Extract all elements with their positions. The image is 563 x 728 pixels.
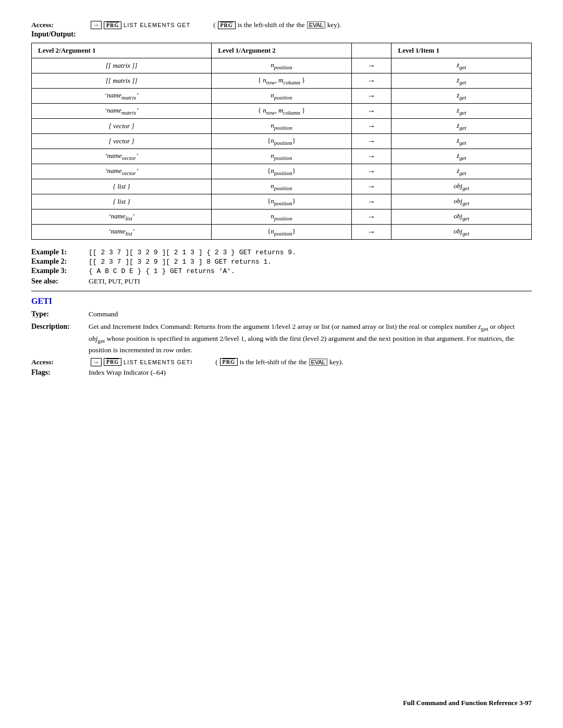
arrow-cell: → [351, 58, 391, 73]
table-row: ‘namevector’ nposition → żget [32, 149, 532, 164]
col-header-3: Level 1/Item 1 [391, 43, 532, 58]
geti-prg-key: PRG [104, 358, 121, 366]
item1-cell: żget [391, 58, 532, 73]
input-output-label: Input/Output: [31, 30, 532, 39]
example-1-row: Example 1: [[ 2 3 7 ][ 3 2 9 ][ 2 1 3 ] … [31, 248, 532, 256]
example-2-row: Example 2: [[ 2 3 7 ][ 3 2 9 ][ 2 1 3 ] … [31, 257, 532, 266]
see-also-value: GETI, PUT, PUTI [89, 277, 140, 286]
table-row: { list } nposition → objget [32, 179, 532, 194]
table-row: ‘namematrix’ { nrow, mcolumn } → żget [32, 104, 532, 119]
table-row: ‘namevector’ {nposition} → żget [32, 164, 532, 179]
see-also-label: See also: [31, 277, 89, 286]
access-row: Access: → PRG LIST ELEMENTS GET ( PRG is… [31, 21, 532, 29]
table-row: { list } {nposition} → objget [32, 194, 532, 209]
access-label: Access: [31, 21, 89, 29]
io-table: Level 2/Argument 1 Level 1/Argument 2 Le… [31, 43, 532, 240]
geti-access-label: Access: [31, 358, 89, 366]
geti-desc-row: Description: Get and Increment Index Com… [31, 322, 532, 355]
section-divider [31, 291, 532, 291]
geti-list-elements-text: LIST ELEMENTS GETI [124, 359, 192, 365]
page-content: Access: → PRG LIST ELEMENTS GET ( PRG is… [31, 21, 532, 378]
key-suffix: key). [327, 21, 341, 29]
example-3-label: Example 3: [31, 267, 89, 275]
geti-key-suffix: key). [329, 358, 343, 366]
table-row: [[ matrix ]] { nrow, mcolumn } → żget [32, 73, 532, 89]
geti-the-text: the [299, 358, 307, 366]
geti-prg-key-2: PRG [220, 358, 238, 366]
footer: Full Command and Function Reference 3-97 [403, 699, 532, 707]
geti-arrow-key-box: → [91, 358, 102, 366]
table-row: [ vector ] nposition → żget [32, 119, 532, 134]
example-3-row: Example 3: { A B C D E } { 1 } GET retur… [31, 267, 532, 275]
table-row: ‘namelist’ {nposition} → objget [32, 225, 532, 240]
geti-flags-value: Index Wrap Indicator (–64) [89, 367, 532, 378]
table-row: [ vector ] {nposition} → żget [32, 134, 532, 149]
arrow-key-box: → [91, 21, 102, 29]
example-1-label: Example 1: [31, 248, 89, 256]
is-left-shift-text: is the left-shift of the [238, 21, 295, 29]
geti-flags-label: Flags: [31, 368, 89, 377]
geti-desc-label: Description: [31, 323, 89, 331]
geti-type-label: Type: [31, 310, 89, 318]
geti-type-row: Type: Command [31, 309, 532, 319]
geti-flags-row: Flags: Index Wrap Indicator (–64) [31, 367, 532, 378]
col-header-arrow [351, 43, 391, 58]
geti-paren-open: ( [215, 358, 217, 366]
prg-key: PRG [104, 21, 121, 29]
example-3-code: { A B C D E } { 1 } GET returns 'A'. [89, 267, 235, 275]
example-2-code: [[ 2 3 7 ][ 3 2 9 ][ 2 1 3 ] 8 GET retur… [89, 258, 272, 266]
geti-access-row: Access: → PRG LIST ELEMENTS GETI ( PRG i… [31, 358, 532, 366]
geti-title: GETI [31, 297, 532, 306]
geti-arrow-symbol: → [93, 359, 99, 365]
table-row: ‘namematrix’ nposition → żget [32, 89, 532, 104]
see-also-row: See also: GETI, PUT, PUTI [31, 277, 532, 286]
example-2-label: Example 2: [31, 257, 89, 266]
examples-section: Example 1: [[ 2 3 7 ][ 3 2 9 ][ 2 1 3 ] … [31, 248, 532, 275]
geti-desc-value: Get and Increment Index Command: Returns… [89, 322, 532, 355]
col-header-1: Level 2/Argument 1 [32, 43, 212, 58]
prg-key-2: PRG [218, 21, 236, 29]
geti-type-value: Command [89, 309, 532, 319]
col-header-2: Level 1/Argument 2 [212, 43, 352, 58]
geti-eval-key: EVAL [309, 359, 327, 366]
footer-text: Full Command and Function Reference 3-97 [403, 699, 532, 707]
table-row: ‘namelist’ nposition → objget [32, 209, 532, 225]
example-1-code: [[ 2 3 7 ][ 3 2 9 ][ 2 1 3 ] { 2 3 } GET… [89, 249, 296, 256]
list-elements-get-text: LIST ELEMENTS GET [124, 22, 190, 28]
the-text: the [297, 21, 305, 29]
geti-is-left-shift: is the left-shift of the [240, 358, 297, 366]
eval-key: EVAL [307, 21, 325, 29]
arg2-cell: nposition [212, 58, 352, 73]
arg1-cell: [[ matrix ]] [32, 58, 212, 73]
table-row: [[ matrix ]] nposition → żget [32, 58, 532, 73]
arrow-symbol: → [93, 22, 99, 28]
access-paren-open: ( [213, 21, 215, 29]
